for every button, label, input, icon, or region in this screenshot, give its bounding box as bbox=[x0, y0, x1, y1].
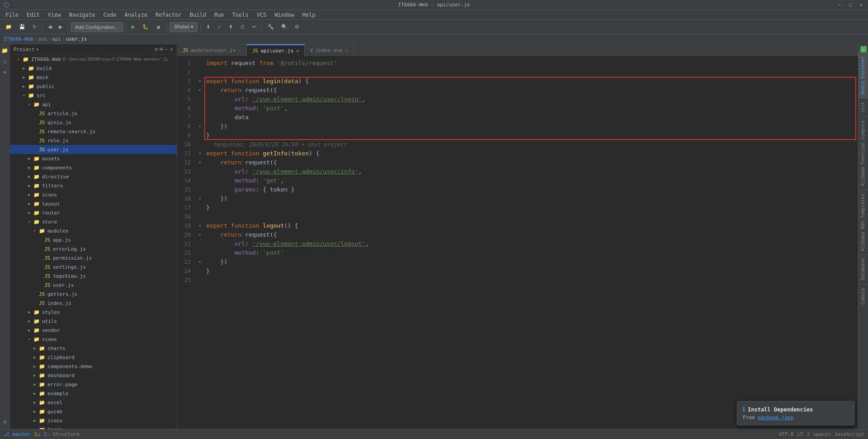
tree-item-error-page[interactable]: ▶ 📁 error-page bbox=[10, 380, 177, 389]
sidebar-collapse-icon[interactable]: — bbox=[165, 46, 168, 52]
tree-item-settings[interactable]: JS settings.js bbox=[10, 262, 177, 271]
right-tab-init[interactable]: init bbox=[859, 98, 868, 117]
code-editor[interactable]: 1 import request from '@/utils/request' … bbox=[177, 57, 858, 439]
toolbar-git-history[interactable]: ⏱ bbox=[237, 22, 248, 33]
tree-item-store[interactable]: ▾ 📁 store bbox=[10, 217, 177, 226]
sidebar-close-icon[interactable]: ✕ bbox=[170, 46, 173, 52]
tree-item-icons[interactable]: ▶ 📁 icons bbox=[10, 190, 177, 199]
tree-item-styles[interactable]: ▶ 📁 styles bbox=[10, 308, 177, 317]
toolbar-git-revert[interactable]: ↩ bbox=[250, 22, 259, 33]
menu-build[interactable]: Build bbox=[186, 11, 210, 19]
tree-item-api[interactable]: ▾ 📁 api bbox=[10, 100, 177, 109]
toolbar-open-button[interactable]: 📁 bbox=[3, 22, 14, 33]
status-encoding[interactable]: UTF-8 bbox=[778, 431, 793, 437]
project-view-icon[interactable]: 📁 bbox=[0, 46, 9, 55]
tree-item-permission[interactable]: JS permission.js bbox=[10, 253, 177, 262]
tree-item-clipboard[interactable]: ▶ 📁 clipboard bbox=[10, 353, 177, 362]
tab-close-3[interactable]: ✕ bbox=[345, 48, 348, 53]
tree-item-router[interactable]: ▶ 📁 router bbox=[10, 208, 177, 217]
tree-item-src[interactable]: ▾ 📁 src bbox=[10, 91, 177, 100]
tree-item-user-api[interactable]: JS user.js bbox=[10, 145, 177, 154]
toolbar-git-commit[interactable]: ✓ bbox=[215, 22, 224, 33]
tree-item-components[interactable]: ▶ 📁 components bbox=[10, 163, 177, 172]
tab-index-vue[interactable]: V index.vue ✕ bbox=[305, 44, 354, 56]
tree-item-qiniu[interactable]: JS qiniu.js bbox=[10, 118, 177, 127]
menu-view[interactable]: View bbox=[44, 11, 65, 19]
menu-tools[interactable]: Tools bbox=[229, 11, 252, 19]
project-dropdown-label[interactable]: Project bbox=[14, 47, 34, 52]
toolbar-debug-button[interactable]: 🐛 bbox=[140, 22, 151, 33]
tree-item-index[interactable]: JS index.js bbox=[10, 299, 177, 308]
menu-vcs[interactable]: VCS bbox=[253, 11, 270, 19]
tree-item-directive[interactable]: ▶ 📁 directive bbox=[10, 172, 177, 181]
right-tab-alibaba-ros[interactable]: Alibaba ROS Templates bbox=[859, 190, 868, 254]
toolbar-wrench[interactable]: 🔧 bbox=[265, 22, 277, 33]
tree-item-charts[interactable]: ▶ 📁 charts bbox=[10, 344, 177, 353]
tree-item-filters[interactable]: ▶ 📁 filters bbox=[10, 181, 177, 190]
jrebel-button[interactable]: JRebel ▾ bbox=[170, 22, 197, 32]
tab-api-user[interactable]: JS api\user.js ✕ bbox=[247, 44, 305, 56]
tree-item-tagsview[interactable]: JS tagsView.js bbox=[10, 271, 177, 280]
tree-item-remote-search[interactable]: JS remote-search.js bbox=[10, 127, 177, 136]
sidebar-expand-icon[interactable]: ⊞ bbox=[160, 46, 163, 52]
menu-edit[interactable]: Edit bbox=[23, 11, 43, 19]
tree-item-dashboard[interactable]: ▶ 📁 dashboard bbox=[10, 371, 177, 380]
toolbar-run-button[interactable]: ▶ bbox=[129, 22, 138, 33]
minimize-button[interactable]: — bbox=[836, 2, 843, 7]
add-configuration-button[interactable]: Add Configuration... bbox=[71, 22, 123, 32]
git-branch-label[interactable]: ⎇ master bbox=[4, 431, 30, 437]
toolbar-refresh-button[interactable]: ↻ bbox=[30, 22, 39, 33]
tree-item-errorlog[interactable]: JS errorLog.js bbox=[10, 244, 177, 253]
structure-icon[interactable]: ≡ bbox=[0, 417, 9, 426]
tree-item-excel[interactable]: ▶ 📁 excel bbox=[10, 398, 177, 407]
commit-icon[interactable]: ○ bbox=[0, 57, 9, 66]
breadcrumb-api[interactable]: api bbox=[52, 36, 61, 42]
tree-item-guide[interactable]: ▶ 📁 guide bbox=[10, 407, 177, 416]
toolbar-back-button[interactable]: ◀ bbox=[45, 22, 54, 33]
menu-window[interactable]: Window bbox=[271, 11, 297, 19]
toolbar-search[interactable]: 🔍 bbox=[278, 22, 290, 33]
close-button[interactable]: ✕ bbox=[858, 2, 864, 7]
breadcrumb-file[interactable]: user.js bbox=[66, 36, 87, 42]
toolbar-save-button[interactable]: 💾 bbox=[16, 22, 28, 33]
menu-refactor[interactable]: Refactor bbox=[152, 11, 185, 19]
toolbar-stop-button[interactable]: ⏹ bbox=[153, 22, 164, 33]
status-line-sep[interactable]: LF bbox=[797, 431, 803, 437]
tree-item-public[interactable]: ▶ 📁 public bbox=[10, 82, 177, 91]
breadcrumb-project[interactable]: IT6666-Web bbox=[4, 36, 33, 42]
tab-modules-user[interactable]: JS modules\user.js ✕ bbox=[177, 44, 247, 56]
pull-icon[interactable]: ⊕ bbox=[0, 68, 9, 77]
tree-item-views[interactable]: ▾ 📁 views bbox=[10, 335, 177, 344]
tree-item-mock[interactable]: ▶ 📁 mock bbox=[10, 73, 177, 82]
right-tab-redis[interactable]: Redis Explorer bbox=[859, 52, 868, 98]
tab-close-2[interactable]: ✕ bbox=[296, 48, 299, 53]
breadcrumb-src[interactable]: src bbox=[38, 36, 47, 42]
tree-item-example[interactable]: ▶ 📁 example bbox=[10, 389, 177, 398]
toolbar-forward-button[interactable]: ▶ bbox=[56, 22, 65, 33]
tree-item-modules[interactable]: ▾ 📁 modules bbox=[10, 226, 177, 235]
menu-help[interactable]: Help bbox=[299, 11, 319, 19]
tree-item-root[interactable]: ▾ 📁 IT6666-Web D:\Devlop\IDEAProject\IT6… bbox=[10, 55, 177, 64]
tree-item-components-demo[interactable]: ▶ 📁 components-demo bbox=[10, 362, 177, 371]
tree-item-role[interactable]: JS role.js bbox=[10, 136, 177, 145]
tree-item-vendor[interactable]: ▶ 📁 vendor bbox=[10, 326, 177, 335]
menu-run[interactable]: Run bbox=[211, 11, 228, 19]
right-tab-codota[interactable]: Codota bbox=[859, 284, 868, 308]
window-controls[interactable]: — □ ✕ bbox=[836, 2, 864, 7]
toolbar-git-update[interactable]: ⬇ bbox=[203, 22, 213, 33]
tab-close-1[interactable]: ✕ bbox=[238, 48, 241, 53]
status-indent[interactable]: 2 spaces bbox=[807, 431, 831, 437]
tree-item-user-store[interactable]: JS user.js bbox=[10, 280, 177, 290]
menu-code[interactable]: Code bbox=[100, 11, 120, 19]
right-tab-database[interactable]: Database bbox=[859, 254, 868, 284]
tree-item-layout[interactable]: ▶ 📁 layout bbox=[10, 199, 177, 208]
toolbar-git-push[interactable]: ⬆ bbox=[226, 22, 236, 33]
tree-item-build[interactable]: ▶ 📁 build bbox=[10, 64, 177, 73]
right-tab-alibaba-fc[interactable]: Alibaba Function Compute bbox=[859, 117, 868, 190]
menu-file[interactable]: File bbox=[2, 11, 22, 19]
tree-item-utils[interactable]: ▶ 📁 utils bbox=[10, 317, 177, 326]
project-dropdown-arrow[interactable]: ▾ bbox=[36, 47, 39, 52]
tree-item-getters[interactable]: JS getters.js bbox=[10, 290, 177, 299]
menu-navigate[interactable]: Navigate bbox=[66, 11, 99, 19]
tree-item-assets[interactable]: ▶ 📁 assets bbox=[10, 154, 177, 163]
